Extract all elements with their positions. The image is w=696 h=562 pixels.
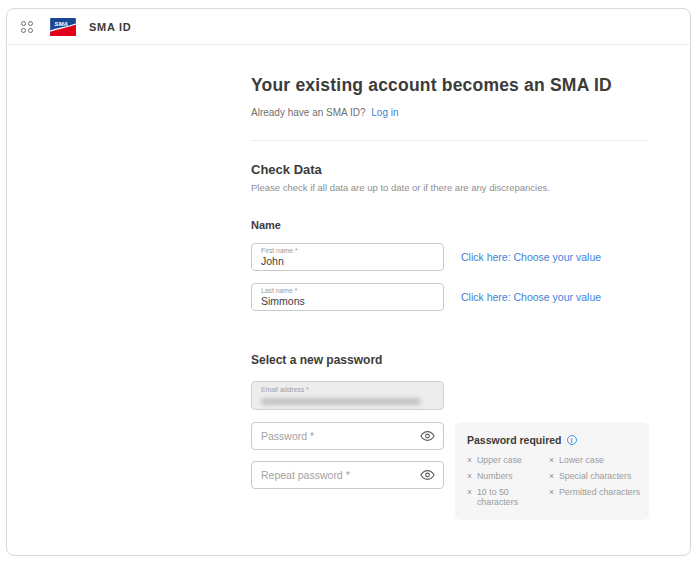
password-fields [251,422,444,489]
login-prompt-text: Already have an SMA ID? [251,107,366,118]
login-prompt-line: Already have an SMA ID? Log in [251,107,649,118]
app-grid-icon[interactable] [21,21,33,33]
app-window: SMA SMA ID Your existing account becomes… [6,8,691,556]
last-name-choose-value-link[interactable]: Click here: Choose your value [461,291,601,303]
show-password-eye-icon[interactable] [420,429,435,444]
section-divider [251,140,649,141]
first-name-input[interactable] [261,255,434,267]
password-area: Password required i × Upper case × Lower… [251,422,649,520]
password-section-title: Select a new password [251,353,649,367]
top-bar: SMA SMA ID [7,9,690,45]
first-name-row: First name * Click here: Choose your val… [251,243,649,271]
sma-logo-text: SMA [54,19,68,26]
email-value-redacted [261,398,421,405]
password-requirements-title-text: Password required [467,434,562,446]
log-in-link[interactable]: Log in [371,107,398,118]
repeat-password-field[interactable] [251,461,444,489]
cross-icon: × [467,455,472,465]
sma-logo-icon: SMA [50,18,76,36]
cross-icon: × [549,487,554,497]
requirement-upper-case: × Upper case [467,455,545,465]
last-name-label: Last name * [261,287,434,295]
check-data-title: Check Data [251,162,649,177]
cross-icon: × [467,487,472,497]
name-section-title: Name [251,219,649,231]
password-requirements-title: Password required i [467,434,641,446]
last-name-row: Last name * Click here: Choose your valu… [251,283,649,311]
main-content: Your existing account becomes an SMA ID … [251,75,649,556]
password-field[interactable] [251,422,444,450]
last-name-input[interactable] [261,295,434,307]
email-label: Email address * [261,386,434,394]
requirement-length: × 10 to 50 characters [467,487,545,507]
email-field-disabled: Email address * [251,381,444,410]
repeat-password-input[interactable] [261,469,415,481]
first-name-choose-value-link[interactable]: Click here: Choose your value [461,251,601,263]
page-title: Your existing account becomes an SMA ID [251,75,649,96]
first-name-field[interactable]: First name * [251,243,444,271]
show-repeat-password-eye-icon[interactable] [420,468,435,483]
cross-icon: × [467,471,472,481]
first-name-label: First name * [261,247,434,255]
info-icon[interactable]: i [567,435,577,445]
password-input[interactable] [261,430,415,442]
requirement-numbers: × Numbers [467,471,545,481]
requirement-special-characters: × Special characters [549,471,641,481]
last-name-field[interactable]: Last name * [251,283,444,311]
check-data-subtitle: Please check if all data are up to date … [251,182,649,193]
password-requirements-list: × Upper case × Lower case × Numbers × Sp… [467,455,641,507]
requirement-permitted-characters: × Permitted characters [549,487,641,507]
password-requirements-box: Password required i × Upper case × Lower… [455,422,649,520]
cross-icon: × [549,471,554,481]
app-title: SMA ID [89,21,131,33]
cross-icon: × [549,455,554,465]
requirement-lower-case: × Lower case [549,455,641,465]
